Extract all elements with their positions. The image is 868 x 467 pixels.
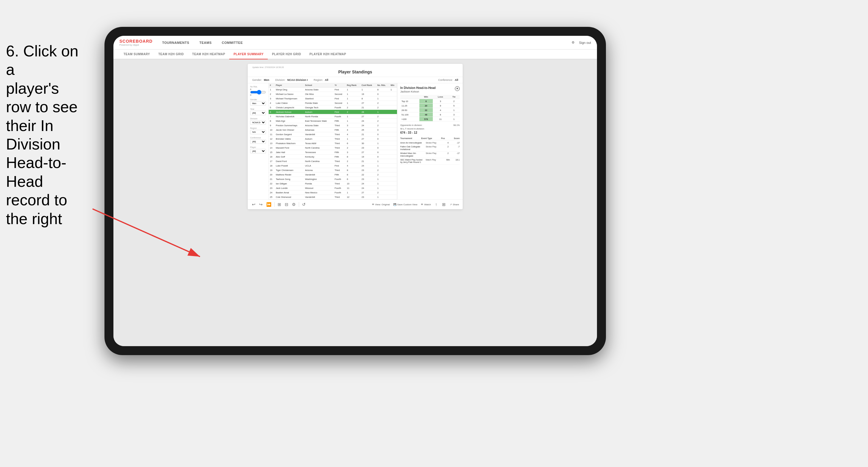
cell-player: Gordon Sargent (275, 132, 304, 137)
cell-reg: 1 (346, 87, 360, 92)
year-select[interactable]: (All) (250, 111, 266, 115)
cell-yr: First (333, 87, 346, 92)
division-select[interactable]: NCAA Division I (250, 120, 266, 125)
cell-rds: 1 (376, 181, 390, 186)
cell-school: New Mexico (304, 190, 333, 195)
cell-win (390, 168, 397, 173)
export-button[interactable]: ↑ (435, 201, 438, 208)
table-row[interactable]: 17 David Ford North Carolina Third 2 21 … (269, 159, 397, 163)
table-row[interactable]: 19 Tiger Christensen Arizona Third 8 23 … (269, 168, 397, 173)
copy-button[interactable]: ⊞ (277, 201, 282, 208)
redo-button[interactable]: ↪ (258, 201, 263, 208)
table-row[interactable]: 3 Michael Thorbjornsen Stanford First 1 … (269, 96, 397, 101)
table-row[interactable]: 18 Luke Powell UCLA First 4 24 1 (269, 163, 397, 168)
tab-team-h2h-grid[interactable]: TEAM H2H GRID (154, 50, 188, 59)
nav-right: ⚙ Sign out (571, 40, 591, 44)
player-filter: Player (All) (250, 146, 266, 153)
cell-rank: 23 (269, 186, 275, 190)
tab-player-h2h-grid[interactable]: PLAYER H2H GRID (268, 50, 305, 59)
tourn-header-pos: Pos (441, 137, 445, 139)
tab-player-h2h-heatmap[interactable]: PLAYER H2H HEATMAP (305, 50, 350, 59)
tab-team-summary[interactable]: TEAM SUMMARY (119, 50, 154, 59)
forward-button[interactable]: ⏩ (266, 201, 272, 208)
table-row[interactable]: 22 Ian Gilligan Florida Third 10 24 1 (269, 181, 397, 186)
settings-button[interactable]: ⚙ (291, 201, 297, 208)
cell-school: Missouri (304, 186, 333, 190)
table-row[interactable]: 25 Cole Sherwood Vanderbilt Third 12 23 … (269, 195, 397, 199)
conference-select[interactable]: (All) (250, 139, 266, 144)
cell-rds: 0 (376, 155, 390, 159)
table-row[interactable]: 1 Wenyi Ding Arizona State First 1 1 8 1 (269, 87, 397, 92)
table-row[interactable]: 7 Nicholas Gabrelcik North Florida Fourt… (269, 114, 397, 119)
nav-committee[interactable]: COMMITTEE (221, 39, 244, 46)
table-row[interactable]: 2 Michael La Sasso Ole Miss Second 1 19 … (269, 92, 397, 96)
tourn-score: -7 (452, 146, 460, 151)
player-table: # Player School Yr Reg Rank Conf Rank No… (269, 83, 397, 199)
cell-rds: 1 (376, 163, 390, 168)
table-row[interactable]: 15 Jake Hall Tennessee Fifth 3 27 0 (269, 150, 397, 155)
table-row[interactable]: 5 Christo Lamprecht Georgia Tech Fourth … (269, 105, 397, 110)
h2h-panel: In Division Head-to-Head Jackson Koivun … (397, 83, 463, 199)
tourn-name: Fallen Oak Collegiate Invitational (400, 146, 425, 151)
table-row[interactable]: 12 Brendan Valles Auburn Third 1 27 0 (269, 137, 397, 141)
share-button[interactable]: ↗ Share (450, 203, 459, 206)
cell-win (390, 105, 397, 110)
table-row[interactable]: 9 Preston Summerhays Arizona State Third… (269, 123, 397, 128)
dashboard-card: Update time: 27/03/2024 16:56:26 Player … (248, 64, 463, 209)
region-select[interactable]: N/A (250, 130, 266, 134)
cell-rds: 0 (376, 146, 390, 150)
table-row[interactable]: 10 Jacob Von Oheser Arkansas Fifth 4 25 … (269, 128, 397, 132)
table-row[interactable]: 21 Taehoon Song Washington Fourth 6 23 1 (269, 177, 397, 181)
paste-button[interactable]: ⊟ (284, 201, 289, 208)
cell-conf: 21 (360, 132, 376, 137)
table-row[interactable]: 8 Mats Ege East Tennessee State Fifth 1 … (269, 119, 397, 123)
nav-teams[interactable]: TEAMS (199, 39, 212, 46)
cell-rds: 0 (376, 132, 390, 137)
tab-player-summary[interactable]: PLAYER SUMMARY (229, 50, 268, 59)
tourn-pos: Win (445, 159, 451, 164)
cell-win (390, 101, 397, 105)
h2h-table: Win Loss Tie Top 10 8 3 2 11-25 20 9 5 (400, 95, 460, 121)
gender-select[interactable]: Men (250, 101, 266, 106)
cell-school: North Carolina (304, 159, 333, 163)
cell-rank: 12 (269, 137, 275, 141)
toolbar-separator-2 (299, 202, 299, 207)
table-row[interactable]: 13 Phukakon Maichorn Texas A&M Third 6 3… (269, 141, 397, 146)
table-row[interactable]: 11 Gordon Sargent Vanderbilt Third 4 21 … (269, 132, 397, 137)
cell-reg: 8 (346, 173, 360, 177)
table-row[interactable]: 6 Jackson Koivun Auburn First 2 28 1 (269, 110, 397, 114)
tourn-name: SEC Match Play hosted by Jerry Pate Roun… (400, 159, 425, 164)
h2h-label: 26-50 (400, 108, 420, 113)
h2h-loss: 3 (433, 99, 448, 103)
sign-out-link[interactable]: Sign out (579, 41, 591, 44)
cell-reg: 6 (346, 141, 360, 146)
player-select[interactable]: (All) (250, 149, 266, 153)
view-original-button[interactable]: 👁 View: Original (372, 203, 390, 206)
cell-conf: 30 (360, 141, 376, 146)
tournament-row: Mirabel Maui Jim Intercollegiate Stroke … (400, 152, 460, 158)
undo-button[interactable]: ↩ (251, 201, 256, 208)
nav-tournaments[interactable]: TOURNAMENTS (161, 39, 190, 46)
table-row[interactable]: 24 Bastien Amat New Mexico Fourth 1 27 2 (269, 190, 397, 195)
table-row[interactable]: 14 Maxwell Ford North Carolina Third 2 2… (269, 146, 397, 150)
table-row[interactable]: 4 Luke Claton Florida State Second 1 27 … (269, 101, 397, 105)
table-row[interactable]: 23 Jack Lundin Missouri Fourth 11 24 1 (269, 186, 397, 190)
cell-yr: Fourth (333, 105, 346, 110)
h2h-tie: 5 (448, 103, 460, 108)
cell-rds: 1 (376, 141, 390, 146)
cell-win (390, 123, 397, 128)
cell-rds: 1 (376, 186, 390, 190)
save-custom-button[interactable]: 💾 Save Custom View (394, 203, 417, 206)
rds-slider[interactable] (250, 91, 266, 94)
cell-school: Washington (304, 177, 333, 181)
watch-button[interactable]: 👁 Watch (421, 203, 431, 206)
table-row[interactable]: 20 Matthew Riedel Vanderbilt Fifth 8 22 … (269, 173, 397, 177)
h2h-win: 46 (420, 113, 433, 117)
h2h-close-button[interactable]: ✕ (455, 86, 460, 91)
tab-team-h2h-heatmap[interactable]: TEAM H2H HEATMAP (188, 50, 229, 59)
table-row[interactable]: 16 Alex Goff Kentucky Fifth 8 19 0 (269, 155, 397, 159)
cell-win (390, 110, 397, 114)
refresh-button[interactable]: ↺ (302, 201, 306, 208)
grid-button[interactable]: ⊞ (441, 201, 446, 208)
instruction-line1: 6. Click on a (6, 42, 79, 78)
